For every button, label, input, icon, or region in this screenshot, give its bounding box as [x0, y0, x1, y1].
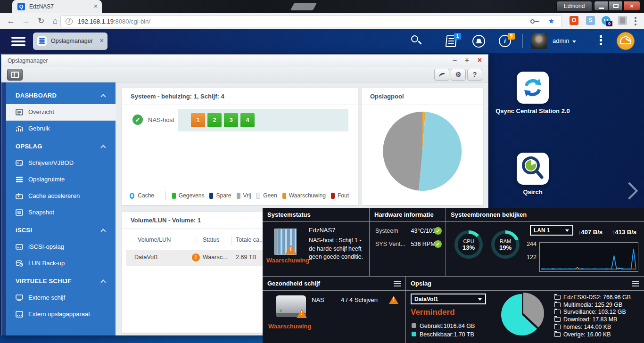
ghostery-badge: 0 — [606, 21, 612, 26]
window-maximize-button[interactable] — [609, 1, 623, 11]
window-minimize-button[interactable] — [594, 1, 608, 11]
sidebar-section-iscsi[interactable]: iSCSI — [6, 221, 116, 239]
volume-usage-pie-chart — [499, 292, 545, 337]
cache-icon — [16, 193, 23, 199]
disk-slot-3[interactable]: 3 — [224, 113, 238, 127]
sidebar-section-virtuele-schijf[interactable]: VIRTUELE SCHIJF — [6, 272, 116, 290]
sidebar-item-lun-backup[interactable]: LUN Back-up — [6, 255, 116, 272]
legend-divider — [165, 191, 166, 200]
search-icon[interactable] — [411, 35, 423, 48]
iscsi-icon — [16, 244, 23, 250]
browser-tab[interactable]: Q EdzNAS7 × — [12, 0, 102, 13]
minimize-icon[interactable]: − — [453, 56, 457, 65]
lan-select[interactable]: LAN 1 — [530, 225, 573, 236]
ram-gauge: RAM19% — [491, 230, 520, 259]
system-status-panel: Systeemstatus ! Waarschuwing EdzNAS7 NAS… — [263, 208, 369, 276]
item-label: Schijven/VJBOD — [28, 159, 74, 166]
sidebar-section-opslag[interactable]: OPSLAG — [6, 137, 116, 155]
sidebar-section-dashboard[interactable]: DASHBOARD — [6, 86, 116, 104]
folder-label: Overige: 16.00 KB — [563, 331, 611, 338]
bookmark-star-icon[interactable]: ★ — [548, 17, 554, 25]
storage-space-icon — [16, 176, 23, 183]
next-desktop-chevron-icon[interactable] — [621, 182, 638, 200]
user-menu[interactable]: admin — [553, 37, 576, 44]
sidebar-item-snapshot[interactable]: Snapshot — [6, 204, 116, 221]
qsirch-label[interactable]: Qsirch — [481, 188, 585, 196]
section-label: DASHBOARD — [16, 92, 57, 99]
volume-select[interactable]: DataVol1 — [411, 294, 486, 304]
sidebar-item-opslagruimte[interactable]: Opslagruimte — [6, 172, 116, 188]
s-extension-icon[interactable]: S — [586, 16, 595, 25]
gauge-label: CPU — [463, 238, 474, 244]
sidebar-item-iscsi-opslag[interactable]: iSCSI-opslag — [6, 239, 116, 255]
legend-swatch — [331, 193, 335, 199]
warning-excl: ! — [393, 296, 394, 302]
maximize-icon[interactable]: + — [465, 56, 469, 65]
lun-backup-icon — [16, 260, 23, 267]
password-key-icon[interactable] — [530, 19, 540, 24]
nas-label: NAS — [312, 296, 324, 303]
item-label: LUN Back-up — [28, 260, 65, 267]
home-icon[interactable]: ⌂ — [49, 15, 61, 27]
user-avatar[interactable] — [531, 33, 547, 49]
qsync-app-icon[interactable] — [517, 72, 549, 104]
panel-title: Opslagpool — [362, 88, 483, 105]
volume-name: DataVol1 — [134, 254, 158, 261]
volume-status: Waarsc... — [203, 254, 227, 261]
app-tab-close-icon[interactable]: × — [100, 37, 104, 44]
panel-title: Opslag — [406, 277, 644, 291]
dashboard-button[interactable] — [617, 32, 635, 50]
cpu-gauge: CPU13% — [454, 230, 483, 259]
disk-slot-1[interactable]: 1 — [191, 113, 205, 127]
help-icon: ? — [473, 71, 477, 78]
sync-arrows-icon — [517, 72, 549, 104]
qsirch-app-icon[interactable] — [517, 153, 549, 185]
storage-pool-pie-chart — [381, 110, 464, 193]
column-header-status[interactable]: Status — [203, 237, 219, 243]
gauge-label: RAM — [500, 238, 511, 244]
chevron-down-icon — [572, 41, 576, 43]
sidebar-item-schijven-vjbod[interactable]: Schijven/VJBOD — [6, 155, 116, 172]
address-bar[interactable]: i 192.168.1.19:8080/cgi-bin/ ★ — [60, 15, 562, 27]
app-tab-opslagmanager[interactable]: Opslagmanager × — [33, 33, 107, 50]
download-value: 407 B/s — [581, 229, 603, 236]
list-view-icon[interactable] — [394, 281, 401, 286]
hw-label: SYS Vent... — [375, 241, 409, 247]
page-info-icon[interactable]: i — [66, 18, 73, 25]
chrome-profile-button[interactable]: Edmond — [556, 1, 592, 12]
list-view-icon[interactable] — [632, 281, 639, 286]
settings-button[interactable]: ⚙ — [451, 69, 466, 81]
panel-toggle-button[interactable] — [7, 69, 23, 81]
help-button[interactable]: ? — [467, 69, 482, 81]
tab-close-icon[interactable]: × — [94, 2, 98, 10]
quick-access-button[interactable] — [434, 69, 449, 81]
storage-panel: Opslag DataVol1 Verminderd Gebruikt:1016… — [405, 276, 644, 343]
window-titlebar[interactable]: Opslagmanager − + × — [1, 55, 488, 67]
disk-slot-4[interactable]: 4 — [240, 113, 255, 127]
legend-label: Gegevens — [179, 192, 205, 199]
disk-slot-2[interactable]: 2 — [207, 113, 222, 127]
sidebar-item-overzicht[interactable]: Overzicht — [6, 104, 116, 121]
url-path: :8080/cgi-bin/ — [114, 18, 150, 25]
sidebar-item-extern-opslagapparaat[interactable]: Extern opslagapparaat — [6, 306, 116, 323]
column-header-volume[interactable]: Volume/LUN — [138, 237, 171, 243]
reload-icon[interactable]: ↻ — [35, 15, 47, 27]
sidebar-item-gebruik[interactable]: Gebruik — [6, 121, 116, 137]
external-device-icon[interactable] — [472, 35, 485, 48]
sidebar-item-cache-accelereren[interactable]: Cache accelereren — [6, 188, 116, 204]
pdf-extension-icon[interactable] — [618, 16, 627, 25]
close-icon[interactable]: × — [478, 56, 482, 65]
column-header-capacity[interactable]: Totale ca... — [236, 237, 264, 243]
window-close-button[interactable]: × — [623, 1, 640, 11]
hw-value: 536 RPM — [411, 241, 435, 247]
main-menu-icon[interactable] — [11, 37, 25, 48]
browser-menu-icon[interactable] — [635, 17, 636, 25]
back-icon[interactable]: ← — [5, 15, 17, 27]
more-options-icon[interactable] — [600, 35, 602, 47]
qsync-label[interactable]: Qsync Central Station 2.0 — [481, 107, 585, 114]
office-extension-icon[interactable]: O — [570, 16, 578, 25]
legend-swatch — [237, 193, 240, 199]
legend-swatch — [256, 193, 260, 199]
sidebar-item-externe-schijf[interactable]: Externe schijf — [6, 290, 116, 306]
available-swatch — [412, 332, 416, 336]
